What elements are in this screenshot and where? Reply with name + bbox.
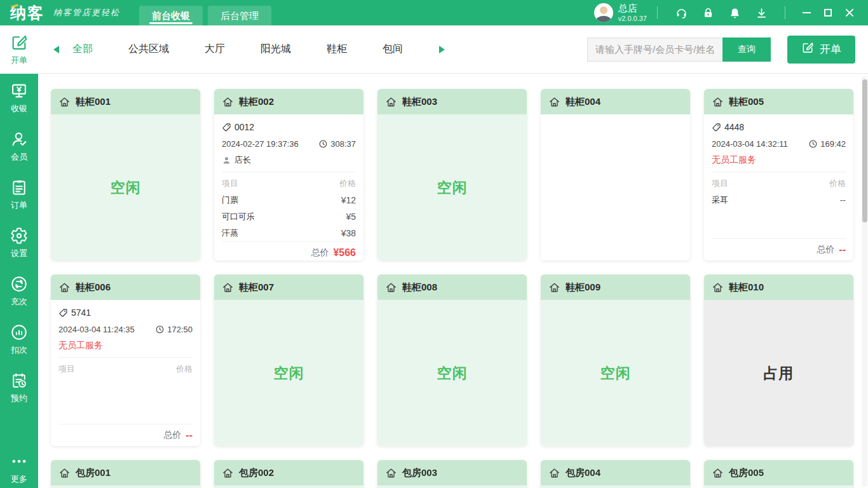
tag-icon bbox=[712, 123, 721, 132]
sidebar-nav: 开单 收银 会员 订单 bbox=[0, 25, 38, 488]
category-shoe-cabinet[interactable]: 鞋柜 bbox=[327, 43, 347, 56]
lock-icon[interactable] bbox=[702, 6, 714, 19]
room-card[interactable]: 鞋柜00200122024-02-27 19:37:36308:37店长项目价格… bbox=[214, 89, 363, 261]
sidebar-item-orders[interactable]: 订单 bbox=[0, 170, 38, 219]
room-card[interactable]: 包房004 bbox=[541, 460, 690, 488]
room-card[interactable]: 鞋柜007空闲 bbox=[214, 274, 363, 446]
minimize-icon[interactable] bbox=[796, 0, 817, 25]
sidebar-item-cashier[interactable]: 收银 bbox=[0, 74, 38, 122]
item-name: 汗蒸 bbox=[222, 227, 238, 239]
order-item-row: 可口可乐¥5 bbox=[222, 208, 356, 225]
room-card[interactable]: 鞋柜00544482024-03-04 14:32:11169:42无员工服务项… bbox=[704, 89, 853, 261]
home-icon bbox=[58, 96, 71, 108]
room-card[interactable]: 鞋柜001空闲 bbox=[51, 89, 200, 261]
home-icon bbox=[548, 96, 560, 108]
settings-icon bbox=[10, 227, 28, 245]
sidebar-item-reserve[interactable]: 预约 bbox=[0, 363, 38, 412]
scroll-right-icon[interactable] bbox=[438, 45, 446, 54]
category-all[interactable]: 全部 bbox=[72, 43, 93, 56]
room-card-header: 包房002 bbox=[214, 460, 363, 485]
room-card[interactable]: 鞋柜009空闲 bbox=[541, 274, 690, 446]
time-row: 2024-02-27 19:37:36308:37 bbox=[222, 135, 356, 152]
search-input[interactable] bbox=[587, 37, 722, 62]
hand-tag-number: 5741 bbox=[71, 308, 91, 318]
sidebar-item-label: 扣次 bbox=[11, 344, 27, 356]
room-card[interactable]: 包房003 bbox=[377, 460, 527, 488]
no-staff-warning: 无员工服务 bbox=[58, 340, 103, 351]
order-item-row: 采耳-- bbox=[712, 192, 846, 208]
room-card[interactable]: 鞋柜004 bbox=[541, 89, 690, 261]
order-item-row: 汗蒸¥38 bbox=[222, 225, 356, 241]
maximize-icon[interactable] bbox=[817, 0, 839, 25]
open-order-button-label: 开单 bbox=[820, 42, 841, 57]
room-card[interactable]: 鞋柜00657412024-03-04 11:24:35172:50无员工服务项… bbox=[51, 274, 200, 446]
topbar-divider bbox=[785, 6, 785, 19]
room-card[interactable]: 包房002 bbox=[214, 460, 363, 488]
service-icon[interactable] bbox=[675, 6, 688, 19]
app-slogan: 纳客管店更轻松 bbox=[53, 7, 120, 18]
total-row: 总价¥566 bbox=[222, 241, 356, 261]
tab-front-cashier[interactable]: 前台收银 bbox=[139, 6, 203, 25]
tab-backend-admin[interactable]: 后台管理 bbox=[208, 6, 271, 25]
sidebar-item-settings[interactable]: 设置 bbox=[0, 219, 38, 267]
tag-row: 4448 bbox=[712, 119, 846, 135]
status-text: 空闲 bbox=[274, 363, 304, 383]
sidebar-item-label: 订单 bbox=[11, 200, 27, 211]
sidebar-item-member[interactable]: 会员 bbox=[0, 122, 38, 170]
sidebar-item-open-order[interactable]: 开单 bbox=[0, 25, 38, 74]
item-table-header: 项目价格 bbox=[58, 361, 193, 377]
room-card[interactable]: 鞋柜010占用 bbox=[704, 274, 853, 446]
close-icon[interactable] bbox=[839, 0, 860, 25]
room-title: 鞋柜007 bbox=[239, 281, 274, 294]
duration-group: 172:50 bbox=[155, 325, 193, 334]
item-price: ¥38 bbox=[341, 228, 356, 238]
download-icon[interactable] bbox=[755, 6, 768, 19]
item-column-header: 项目 bbox=[222, 178, 238, 189]
open-order-icon bbox=[10, 34, 28, 51]
sidebar-item-deduct[interactable]: 扣次 bbox=[0, 315, 38, 363]
time-row: 2024-03-04 14:32:11169:42 bbox=[712, 135, 846, 152]
staff-icon bbox=[222, 156, 231, 165]
room-title: 鞋柜009 bbox=[566, 281, 600, 294]
home-icon bbox=[58, 281, 71, 294]
room-title: 包房002 bbox=[239, 467, 274, 479]
room-card[interactable]: 包房001 bbox=[51, 460, 200, 488]
sidebar-item-more[interactable]: 更多 bbox=[0, 449, 38, 488]
room-card-header: 鞋柜009 bbox=[541, 274, 690, 300]
category-hall[interactable]: 大厅 bbox=[205, 43, 225, 56]
room-card[interactable]: 鞋柜008空闲 bbox=[377, 274, 527, 446]
sidebar-item-label: 预约 bbox=[11, 393, 27, 404]
open-order-button[interactable]: 开单 bbox=[787, 36, 855, 64]
avatar[interactable] bbox=[594, 3, 613, 22]
elapsed-duration: 308:37 bbox=[330, 139, 356, 149]
room-card[interactable]: 鞋柜003空闲 bbox=[377, 89, 527, 261]
room-card-header: 包房005 bbox=[704, 460, 853, 485]
room-card-body bbox=[51, 485, 200, 488]
sidebar-item-recharge[interactable]: 充次 bbox=[0, 267, 38, 315]
category-public-area[interactable]: 公共区域 bbox=[128, 43, 169, 56]
category-private-room[interactable]: 包间 bbox=[383, 43, 403, 56]
scrollbar-thumb[interactable] bbox=[862, 79, 867, 222]
search-button[interactable]: 查询 bbox=[722, 37, 771, 62]
app-version: v2.0.0.37 bbox=[618, 15, 647, 24]
item-table-header: 项目价格 bbox=[222, 175, 356, 192]
start-datetime: 2024-03-04 11:24:35 bbox=[58, 325, 135, 334]
room-card-header: 包房001 bbox=[51, 460, 200, 485]
category-sunshine-city[interactable]: 阳光城 bbox=[261, 43, 291, 56]
elapsed-duration: 169:42 bbox=[820, 139, 846, 149]
room-title: 包房004 bbox=[566, 467, 600, 479]
total-label: 总价 bbox=[817, 244, 834, 255]
scrollbar-track[interactable] bbox=[862, 76, 867, 487]
category-tabs: 全部 公共区域 大厅 阳光城 鞋柜 包间 bbox=[72, 43, 438, 56]
tag-row: 0012 bbox=[222, 119, 356, 135]
scroll-left-icon[interactable] bbox=[52, 45, 60, 54]
bell-icon[interactable] bbox=[728, 6, 741, 19]
hand-tag-number: 4448 bbox=[724, 122, 744, 132]
price-column-header: 价格 bbox=[829, 178, 846, 189]
room-card[interactable]: 包房005 bbox=[704, 460, 853, 488]
room-card-body: 空闲 bbox=[214, 300, 363, 446]
sidebar-item-label: 设置 bbox=[11, 248, 27, 259]
start-datetime: 2024-02-27 19:37:36 bbox=[222, 139, 299, 149]
room-card-body bbox=[214, 485, 363, 488]
item-name: 门票 bbox=[222, 194, 238, 206]
